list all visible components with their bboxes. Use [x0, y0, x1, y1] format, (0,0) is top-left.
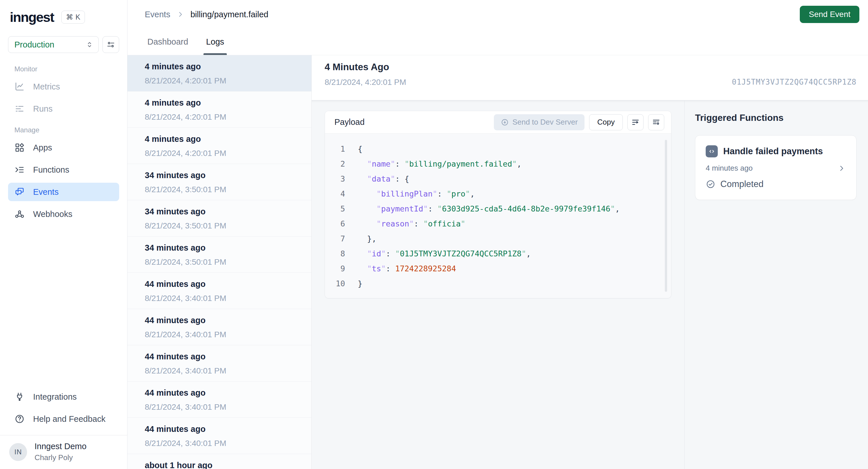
event-log-item[interactable]: 44 minutes ago 8/21/2024, 3:40:01 PM: [127, 381, 311, 418]
event-log-item[interactable]: 4 minutes ago 8/21/2024, 4:20:01 PM: [127, 55, 311, 92]
sidebar-item-runs[interactable]: Runs: [8, 99, 119, 118]
triggered-functions-heading: Triggered Functions: [695, 113, 857, 123]
code-line: 7 },: [325, 231, 671, 246]
code-line: 10}: [325, 276, 671, 291]
event-log-item[interactable]: 4 minutes ago 8/21/2024, 4:20:01 PM: [127, 92, 311, 128]
nav-section-label: Monitor: [8, 64, 119, 74]
copy-button[interactable]: Copy: [589, 114, 623, 130]
sidebar-item-label: Integrations: [33, 392, 77, 402]
event-timestamp: 8/21/2024, 3:40:01 PM: [145, 403, 300, 412]
functions-icon: [14, 164, 25, 175]
sliders-icon: [106, 40, 115, 49]
tab-bar: Dashboard Logs: [127, 29, 868, 55]
wrap-text-button[interactable]: [627, 114, 644, 130]
event-detail-body: Payload Send to Dev Server Copy: [312, 100, 868, 469]
event-timestamp: 8/21/2024, 4:20:01 PM: [145, 76, 300, 86]
event-timestamp: 8/21/2024, 3:50:01 PM: [145, 257, 300, 267]
line-number: 2: [325, 157, 345, 171]
send-to-dev-server-button[interactable]: Send to Dev Server: [494, 114, 585, 130]
event-log-item[interactable]: 44 minutes ago 8/21/2024, 3:40:01 PM: [127, 345, 311, 381]
inngest-logo[interactable]: inngest: [10, 9, 54, 25]
sidebar-item-label: Functions: [33, 165, 69, 175]
code-line: 1{: [325, 142, 671, 157]
code-line: 2 "name": "billing/payment.failed",: [325, 157, 671, 171]
user-name: Charly Poly: [34, 453, 87, 462]
environment-selector[interactable]: Production: [8, 36, 99, 53]
triggered-functions-list: Handle failed payments 4 minutes ago Com…: [695, 135, 857, 200]
event-timestamp: 8/21/2024, 3:40:01 PM: [145, 366, 300, 375]
event-timestamp: 8/21/2024, 3:40:01 PM: [145, 294, 300, 303]
org-name: Inngest Demo: [34, 442, 87, 451]
apps-icon: [14, 143, 25, 153]
sidebar-item-apps[interactable]: Apps: [8, 138, 119, 157]
line-number: 9: [325, 261, 345, 276]
event-log-item[interactable]: 34 minutes ago 8/21/2024, 3:50:01 PM: [127, 237, 311, 273]
event-timestamp: 8/21/2024, 3:50:01 PM: [145, 185, 300, 194]
function-run-time: 4 minutes ago: [706, 164, 753, 173]
line-number: 8: [325, 246, 345, 261]
event-id: 01J5TMY3VJTZ2QG74QCC5RP1Z8: [732, 78, 857, 86]
event-timestamp: 8/21/2024, 4:20:01 PM: [145, 113, 300, 122]
avatar: IN: [9, 443, 27, 461]
code-icon: [706, 145, 718, 157]
event-relative-time: 44 minutes ago: [145, 388, 300, 398]
sidebar-item-label: Metrics: [33, 82, 60, 92]
payload-title: Payload: [334, 117, 365, 127]
command-k-shortcut[interactable]: ⌘ K: [61, 11, 85, 24]
sidebar-item-integrations[interactable]: Integrations: [8, 387, 119, 406]
events-icon: [14, 187, 25, 197]
event-timestamp: 8/21/2024, 3:40:01 PM: [145, 330, 300, 339]
line-number: 1: [325, 142, 345, 157]
chevron-right-icon: [837, 164, 846, 173]
event-detail: 4 Minutes Ago 8/21/2024, 4:20:01 PM 01J5…: [312, 55, 868, 469]
chevron-right-icon: [177, 11, 184, 18]
breadcrumb-current: billing/payment.failed: [190, 10, 269, 19]
send-event-button[interactable]: Send Event: [800, 6, 859, 23]
line-number: 7: [325, 231, 345, 246]
breadcrumb: Events billing/payment.failed: [145, 10, 269, 19]
line-number: 4: [325, 186, 345, 201]
triggered-function-card[interactable]: Handle failed payments 4 minutes ago Com…: [695, 135, 857, 200]
sidebar-item-help-and-feedback[interactable]: Help and Feedback: [8, 410, 119, 428]
event-log-item[interactable]: 44 minutes ago 8/21/2024, 3:40:01 PM: [127, 309, 311, 345]
code-line: 8 "id": "01J5TMY3VJTZ2QG74QCC5RP1Z8",: [325, 246, 671, 261]
event-log-item[interactable]: 44 minutes ago 8/21/2024, 3:40:01 PM: [127, 418, 311, 454]
nav-section-label: Manage: [8, 125, 119, 135]
code-line: 3 "data": {: [325, 171, 671, 186]
sidebar-item-metrics[interactable]: Metrics: [8, 77, 119, 96]
breadcrumb-events-link[interactable]: Events: [145, 10, 170, 19]
line-number: 3: [325, 171, 345, 186]
event-log-item[interactable]: 44 minutes ago 8/21/2024, 3:40:01 PM: [127, 273, 311, 309]
tab-dashboard[interactable]: Dashboard: [145, 29, 191, 55]
scroll-to-bottom-button[interactable]: [648, 114, 664, 130]
topbar: Events billing/payment.failed Send Event: [127, 0, 868, 29]
environment-settings-button[interactable]: [102, 36, 119, 53]
sidebar-nav: Monitor Metrics Runs Manage Apps Functio…: [8, 64, 119, 223]
event-log-item[interactable]: about 1 hour ago: [127, 454, 311, 469]
sidebar-footer-nav: Integrations Help and Feedback: [8, 384, 119, 435]
event-log-item[interactable]: 4 minutes ago 8/21/2024, 4:20:01 PM: [127, 128, 311, 164]
event-relative-time: 44 minutes ago: [145, 425, 300, 434]
event-log-item[interactable]: 34 minutes ago 8/21/2024, 3:50:01 PM: [127, 200, 311, 237]
event-relative-time: 44 minutes ago: [145, 316, 300, 325]
event-relative-time: 4 minutes ago: [145, 134, 300, 144]
check-circle-icon: [706, 179, 715, 189]
event-log-list: 4 minutes ago 8/21/2024, 4:20:01 PM 4 mi…: [127, 55, 312, 469]
event-log-item[interactable]: 34 minutes ago 8/21/2024, 3:50:01 PM: [127, 164, 311, 200]
sidebar-item-events[interactable]: Events: [8, 183, 119, 201]
command-icon: ⌘: [66, 13, 73, 21]
tab-logs[interactable]: Logs: [204, 29, 227, 55]
user-account[interactable]: IN Inngest Demo Charly Poly: [0, 435, 127, 469]
triggered-functions-panel: Triggered Functions Handle failed paymen…: [684, 100, 868, 469]
code-line: 4 "billingPlan": "pro",: [325, 186, 671, 201]
event-relative-time: 34 minutes ago: [145, 207, 300, 216]
download-circle-icon: [501, 118, 509, 126]
shortcut-key-label: K: [75, 13, 80, 21]
payload-json-code[interactable]: 1{ 2 "name": "billing/payment.failed", 3…: [325, 133, 671, 298]
event-timestamp: 8/21/2024, 3:50:01 PM: [145, 221, 300, 230]
payload-card: Payload Send to Dev Server Copy: [324, 111, 672, 299]
sidebar-item-functions[interactable]: Functions: [8, 161, 119, 179]
sidebar: inngest ⌘ K Production Monitor Metrics R…: [0, 0, 127, 469]
sidebar-item-label: Webhooks: [33, 210, 72, 219]
sidebar-item-webhooks[interactable]: Webhooks: [8, 205, 119, 223]
